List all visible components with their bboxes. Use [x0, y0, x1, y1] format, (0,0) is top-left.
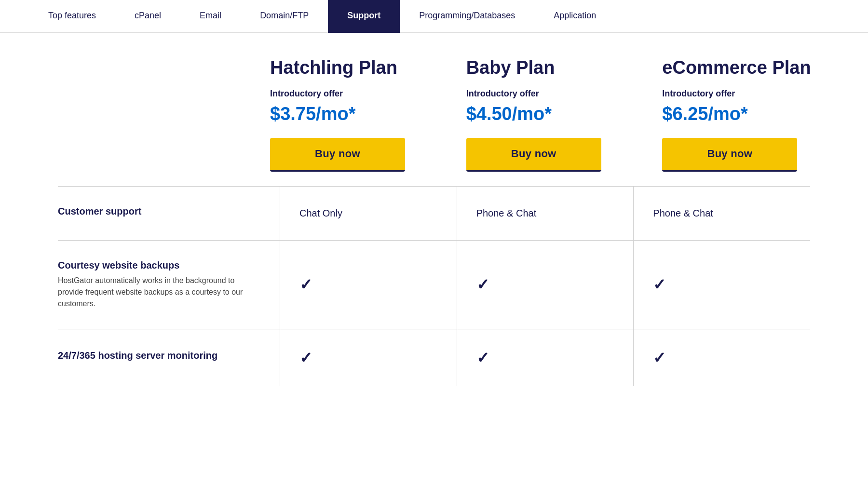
nav-tab-email[interactable]: Email: [180, 0, 241, 33]
plan-intro-label-ecommerce: Introductory offer: [662, 89, 820, 99]
feature-val-server-monitoring-plan-2: ✓: [633, 329, 810, 386]
feature-val-website-backups-plan-2: ✓: [633, 241, 810, 329]
feature-label-website-backups: Courtesy website backups: [58, 260, 260, 271]
nav-tab-application[interactable]: Application: [534, 0, 615, 33]
nav-tabs: Top featurescPanelEmailDomain/FTPSupport…: [0, 0, 868, 33]
nav-tab-top-features[interactable]: Top features: [29, 0, 115, 33]
feature-row-website-backups: Courtesy website backupsHostGator automa…: [58, 241, 810, 329]
checkmark-icon-server-monitoring-1: ✓: [476, 349, 489, 367]
feature-val-server-monitoring-plan-0: ✓: [280, 329, 457, 386]
feature-row-server-monitoring: 24/7/365 hosting server monitoring✓✓✓: [58, 329, 810, 386]
feature-label-col-server-monitoring: 24/7/365 hosting server monitoring: [58, 329, 280, 386]
plan-intro-label-baby: Introductory offer: [466, 89, 624, 99]
checkmark-icon-server-monitoring-0: ✓: [299, 349, 312, 367]
buy-now-btn-ecommerce[interactable]: Buy now: [662, 138, 797, 172]
feature-label-col-website-backups: Courtesy website backupsHostGator automa…: [58, 241, 280, 329]
checkmark-icon-server-monitoring-2: ✓: [653, 349, 666, 367]
checkmark-icon-website-backups-2: ✓: [653, 275, 666, 294]
nav-tab-programming-databases[interactable]: Programming/Databases: [400, 0, 534, 33]
buy-now-btn-hatchling[interactable]: Buy now: [270, 138, 405, 172]
buy-now-btn-baby[interactable]: Buy now: [466, 138, 601, 172]
feature-val-website-backups-plan-1: ✓: [457, 241, 634, 329]
plan-header-hatchling: Hatchling Plan Introductory offer $3.75/…: [251, 33, 447, 186]
feature-val-website-backups-plan-0: ✓: [280, 241, 457, 329]
feature-val-server-monitoring-plan-1: ✓: [457, 329, 634, 386]
plan-name-ecommerce: eCommerce Plan: [662, 57, 820, 79]
checkmark-icon-website-backups-0: ✓: [299, 275, 312, 294]
plan-intro-label-hatchling: Introductory offer: [270, 89, 428, 99]
plan-header-ecommerce: eCommerce Plan Introductory offer $6.25/…: [643, 33, 839, 186]
plan-price-hatchling: $3.75/mo*: [270, 104, 428, 124]
nav-tab-domain-ftp[interactable]: Domain/FTP: [241, 0, 328, 33]
feature-desc-website-backups: HostGator automatically works in the bac…: [58, 275, 260, 310]
plan-price-ecommerce: $6.25/mo*: [662, 104, 820, 124]
plan-header-baby: Baby Plan Introductory offer $4.50/mo* B…: [447, 33, 643, 186]
plan-name-hatchling: Hatchling Plan: [270, 57, 428, 79]
plans-header-empty: [29, 33, 251, 186]
plan-price-baby: $4.50/mo*: [466, 104, 624, 124]
feature-val-customer-support-plan-1: Phone & Chat: [457, 187, 634, 240]
feature-val-customer-support-plan-0: Chat Only: [280, 187, 457, 240]
feature-label-server-monitoring: 24/7/365 hosting server monitoring: [58, 350, 217, 361]
checkmark-icon-website-backups-1: ✓: [476, 275, 489, 294]
nav-tab-cpanel[interactable]: cPanel: [115, 0, 180, 33]
feature-row-customer-support: Customer supportChat OnlyPhone & ChatPho…: [58, 187, 810, 241]
plan-name-baby: Baby Plan: [466, 57, 624, 79]
feature-label-col-customer-support: Customer support: [58, 187, 280, 240]
nav-tab-support[interactable]: Support: [328, 0, 400, 33]
feature-val-customer-support-plan-2: Phone & Chat: [633, 187, 810, 240]
feature-label-customer-support: Customer support: [58, 206, 260, 217]
